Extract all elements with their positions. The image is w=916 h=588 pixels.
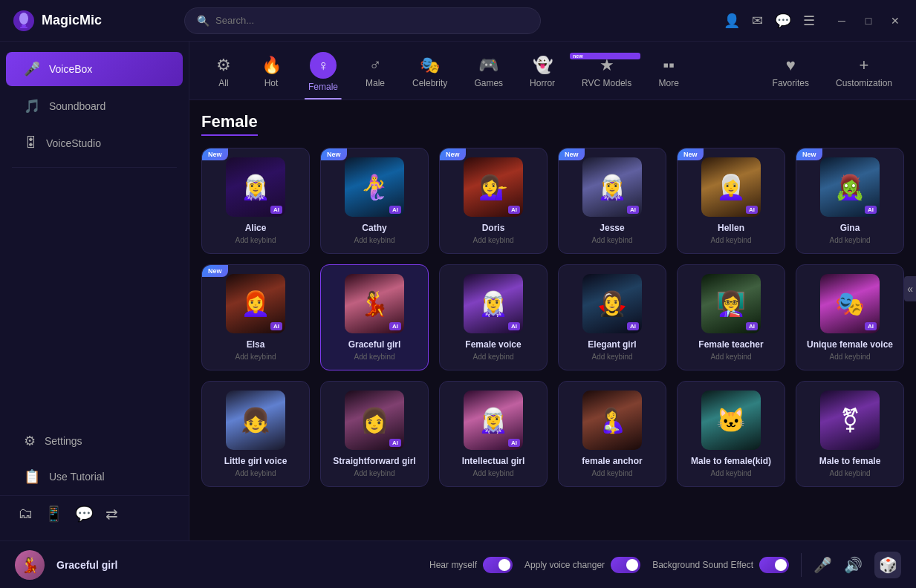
voice-card-graceful[interactable]: 💃 AI Graceful girl Add keybind <box>320 264 429 370</box>
tab-horror[interactable]: 👻 Horror <box>518 51 567 96</box>
voice-card-straightforward[interactable]: 👩 AI Straightforward girl Add keybind <box>320 381 429 487</box>
voice-card-gina[interactable]: New 🧟‍♀️ AI Gina Add keybind <box>796 148 904 254</box>
voice-card-female-voice[interactable]: 🧝‍♀️ AI Female voice Add keybind <box>439 264 548 370</box>
favorites-icon: ♥ <box>786 56 796 75</box>
tab-hot[interactable]: 🔥 Hot <box>249 51 293 96</box>
apply-voice-toggle[interactable] <box>611 557 640 573</box>
collapse-icon: « <box>907 283 913 295</box>
voice-keybind-elsa[interactable]: Add keybind <box>235 353 276 361</box>
tab-favorites[interactable]: ♥ Favorites <box>761 51 821 96</box>
games-icon: 🎮 <box>478 56 498 75</box>
sidebar-item-tutorial[interactable]: 📋 Use Tutorial <box>6 460 183 494</box>
voice-keybind-gina[interactable]: Add keybind <box>829 236 870 244</box>
sidebar-label-voicebox: VoiceBox <box>49 63 92 75</box>
voice-card-alice[interactable]: New 🧝‍♀️ AI Alice Add keybind <box>201 148 310 254</box>
voice-keybind-unique[interactable]: Add keybind <box>829 353 870 361</box>
hear-myself-toggle[interactable] <box>483 557 513 573</box>
voice-card-teacher[interactable]: 👩‍🏫 AI Female teacher Add keybind <box>677 264 785 370</box>
speaker-bottom-icon[interactable]: 🔊 <box>844 556 863 574</box>
tab-celebrity[interactable]: 🎭 Celebrity <box>400 51 459 96</box>
voice-keybind-hellen[interactable]: Add keybind <box>710 236 751 244</box>
voice-keybind-elegant[interactable]: Add keybind <box>591 353 632 361</box>
voice-keybind-anchor[interactable]: Add keybind <box>591 469 632 477</box>
voice-name-teacher: Female teacher <box>698 339 763 350</box>
tab-more[interactable]: ▪▪ More <box>646 51 691 96</box>
sliders-icon[interactable]: ⇄ <box>105 505 118 523</box>
sidebar: 🎤 VoiceBox 🎵 Soundboard 🎛 VoiceStudio ⚙ … <box>0 42 189 540</box>
voice-name-m2f: Male to female <box>819 456 881 466</box>
bg-sound-toggle[interactable] <box>759 557 789 573</box>
avatar-container-hellen: 👩‍🦳 AI <box>701 157 761 217</box>
voice-card-little-girl[interactable]: 👧 Little girl voice Add keybind <box>201 381 310 487</box>
settings-icon: ⚙ <box>24 433 36 449</box>
briefcase-icon[interactable]: 🗂 <box>18 505 33 523</box>
voice-card-m2f[interactable]: ⚧ Male to female Add keybind <box>796 381 904 487</box>
user-icon[interactable]: 👤 <box>724 13 740 29</box>
voice-card-jesse[interactable]: New 🧝‍♀️ AI Jesse Add keybind <box>558 148 666 254</box>
voice-keybind-female-voice[interactable]: Add keybind <box>472 353 513 361</box>
voice-keybind-graceful[interactable]: Add keybind <box>354 353 394 361</box>
female-icon-bg: ♀ <box>310 52 337 79</box>
tab-all[interactable]: ⚙ All <box>201 51 246 96</box>
voice-card-elegant[interactable]: 🧛‍♀️ AI Elegant girl Add keybind <box>558 264 666 370</box>
maximize-button[interactable]: □ <box>860 12 877 30</box>
new-badge-hellen: New <box>678 148 704 160</box>
voice-card-intellectual[interactable]: 🧝‍♀️ AI Intellectual girl Add keybind <box>439 381 548 487</box>
voice-keybind-m2f-kid[interactable]: Add keybind <box>710 469 751 477</box>
collapse-button[interactable]: « <box>904 276 916 301</box>
microphone-bottom-icon[interactable]: 🎤 <box>813 556 832 574</box>
avatar-container-m2f: ⚧ <box>820 391 880 450</box>
male-icon: ♂ <box>369 56 382 75</box>
tab-female-label: Female <box>308 82 338 92</box>
sidebar-item-soundboard[interactable]: 🎵 Soundboard <box>6 89 183 123</box>
ai-badge-alice: AI <box>270 206 282 214</box>
voice-card-cathy[interactable]: New 🧜‍♀️ AI Cathy Add keybind <box>320 148 429 254</box>
sidebar-item-voicestudio[interactable]: 🎛 VoiceStudio <box>6 126 183 160</box>
tab-celebrity-label: Celebrity <box>412 78 447 88</box>
avatar-container-m2f-kid: 🐱 <box>701 391 761 450</box>
minimize-button[interactable]: ─ <box>833 12 851 30</box>
rvc-new-badge: new <box>570 53 640 59</box>
dice-button[interactable]: 🎲 <box>874 552 901 578</box>
voice-card-elsa[interactable]: New 👩‍🦰 AI Elsa Add keybind <box>201 264 310 370</box>
voice-card-unique[interactable]: 🎭 AI Unique female voice Add keybind <box>796 264 904 370</box>
voice-card-m2f-kid[interactable]: 🐱 Male to female(kid) Add keybind <box>677 381 785 487</box>
discord-icon[interactable]: 💬 <box>775 13 791 29</box>
content-area: ⚙ All 🔥 Hot ♀ Female ♂ Male 🎭 Celebrity <box>189 42 916 540</box>
tab-customization[interactable]: + Customization <box>824 51 904 96</box>
voice-keybind-intellectual[interactable]: Add keybind <box>472 469 513 477</box>
voice-keybind-alice[interactable]: Add keybind <box>235 236 276 244</box>
tab-male[interactable]: ♂ Male <box>353 51 397 96</box>
sidebar-item-voicebox[interactable]: 🎤 VoiceBox <box>6 52 183 86</box>
voice-keybind-teacher[interactable]: Add keybind <box>710 353 751 361</box>
search-bar[interactable]: 🔍 <box>184 7 541 34</box>
chat-icon[interactable]: 💬 <box>75 505 94 523</box>
avatar-m2f-kid: 🐱 <box>701 391 761 450</box>
close-button[interactable]: ✕ <box>886 12 904 30</box>
tab-rvc[interactable]: new ★ RVC Models <box>570 51 643 96</box>
search-input[interactable] <box>215 15 528 26</box>
tab-games[interactable]: 🎮 Games <box>462 51 515 96</box>
voice-keybind-jesse[interactable]: Add keybind <box>591 236 632 244</box>
voice-keybind-cathy[interactable]: Add keybind <box>354 236 394 244</box>
voice-keybind-doris[interactable]: Add keybind <box>472 236 513 244</box>
tablet-icon[interactable]: 📱 <box>45 505 63 523</box>
voice-keybind-straightforward[interactable]: Add keybind <box>354 469 394 477</box>
voice-name-intellectual: Intellectual girl <box>462 456 525 466</box>
voice-name-cathy: Cathy <box>362 223 386 233</box>
voice-keybind-m2f[interactable]: Add keybind <box>829 469 870 477</box>
search-icon: 🔍 <box>197 15 209 27</box>
tab-female[interactable]: ♀ Female <box>296 48 350 99</box>
mail-icon[interactable]: ✉ <box>752 13 763 29</box>
voice-card-doris[interactable]: New 💁‍♀️ AI Doris Add keybind <box>439 148 548 254</box>
voice-grid-row2: New 👩‍🦰 AI Elsa Add keybind 💃 AI Gracefu… <box>201 264 904 370</box>
menu-icon[interactable]: ☰ <box>803 13 815 29</box>
new-badge-elsa: New <box>202 265 228 277</box>
voice-name-hellen: Hellen <box>718 223 744 233</box>
voice-card-hellen[interactable]: New 👩‍🦳 AI Hellen Add keybind <box>677 148 785 254</box>
voice-card-anchor[interactable]: 🤱 female anchor Add keybind <box>558 381 666 487</box>
voice-keybind-little-girl[interactable]: Add keybind <box>235 469 276 477</box>
new-badge-gina: New <box>796 148 822 160</box>
sidebar-item-settings[interactable]: ⚙ Settings <box>6 424 183 458</box>
new-badge-doris: New <box>440 148 466 160</box>
